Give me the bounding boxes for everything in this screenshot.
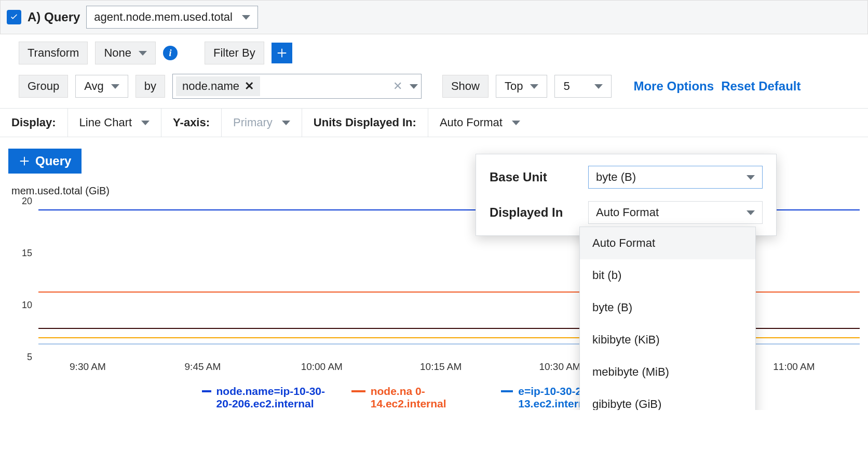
chevron-down-icon — [139, 51, 147, 56]
dropdown-option[interactable]: Auto Format — [580, 227, 755, 259]
legend-label: node.name=ip-10-30-20-206.ec2.internal — [216, 385, 337, 410]
units-label: Units Displayed In: — [314, 116, 416, 129]
x-tick-label: 10:15 AM — [420, 361, 462, 373]
yaxis-select[interactable]: Primary — [222, 109, 302, 137]
query-id-label: A) Query — [28, 10, 80, 24]
y-tick-label: 5 — [8, 352, 32, 363]
chevron-down-icon — [282, 121, 290, 125]
y-tick-label: 20 — [8, 196, 32, 207]
group-label: Group — [19, 75, 68, 98]
legend-item[interactable]: node.na 0-14.ec2.internal — [351, 385, 486, 410]
base-unit-value: byte (B) — [596, 170, 636, 184]
group-by-tag: node.name ✕ — [176, 76, 260, 96]
displayed-in-label: Displayed In — [490, 205, 578, 220]
metric-select[interactable]: agent.node.mem.used.total — [86, 6, 258, 29]
chevron-down-icon — [141, 121, 150, 125]
x-tick-label: 10:00 AM — [301, 361, 343, 373]
base-unit-select[interactable]: byte (B) — [588, 166, 763, 189]
show-label: Show — [442, 75, 489, 98]
dropdown-option[interactable]: byte (B) — [580, 292, 755, 324]
add-query-button[interactable]: Query — [8, 149, 82, 174]
dropdown-option[interactable]: gibibyte (GiB) — [580, 388, 755, 410]
units-select[interactable]: Auto Format — [428, 109, 532, 137]
group-agg-select[interactable]: Avg — [75, 75, 128, 98]
yaxis-value: Primary — [233, 116, 273, 129]
units-popover: Base Unit byte (B) Displayed In Auto For… — [476, 154, 777, 236]
chevron-down-icon — [747, 210, 755, 215]
y-tick-label: 15 — [8, 248, 32, 259]
x-tick-label: 9:30 AM — [70, 361, 106, 373]
metric-value: agent.node.mem.used.total — [94, 10, 233, 24]
units-value: Auto Format — [440, 116, 503, 129]
legend-color-swatch — [202, 390, 211, 392]
x-tick-label: 11:00 AM — [773, 361, 815, 373]
info-icon[interactable]: i — [163, 46, 178, 60]
filter-by-label: Filter By — [205, 42, 264, 64]
transform-filter-row: Transform None i Filter By — [0, 34, 868, 72]
display-settings-row: Display: Line Chart Y-axis: Primary Unit… — [0, 108, 868, 137]
transform-value: None — [104, 46, 131, 60]
dropdown-option[interactable]: kibibyte (KiB) — [580, 324, 755, 356]
legend-item[interactable]: node.name=ip-10-30-20-206.ec2.internal — [202, 385, 337, 410]
more-options-link[interactable]: More Options — [633, 79, 714, 94]
legend-color-swatch — [351, 390, 365, 392]
transform-select[interactable]: None — [95, 42, 156, 64]
group-by-tags-input[interactable]: node.name ✕ ✕ — [172, 74, 422, 99]
chevron-down-icon — [512, 121, 520, 125]
displayed-in-select[interactable]: Auto Format — [588, 201, 763, 224]
chevron-down-icon — [747, 175, 755, 180]
chart-area: mem.used.total (GiB) 5101520 9:30 AM9:45… — [8, 185, 860, 410]
display-type-select[interactable]: Line Chart — [68, 109, 162, 137]
chevron-down-icon — [111, 84, 119, 89]
displayed-in-dropdown: Auto Formatbit (b)byte (B)kibibyte (KiB)… — [579, 227, 756, 410]
add-query-button-label: Query — [35, 154, 71, 168]
legend-label: node.na 0-14.ec2.internal — [371, 385, 486, 410]
group-by-tag-text: node.name — [182, 80, 239, 93]
show-direction-value: Top — [505, 80, 523, 93]
query-header-bar: A) Query agent.node.mem.used.total — [0, 0, 868, 34]
yaxis-label: Y-axis: — [173, 116, 210, 129]
x-tick-label: 9:45 AM — [185, 361, 221, 373]
chevron-down-icon — [410, 84, 418, 89]
transform-label: Transform — [19, 42, 88, 64]
legend-color-swatch — [501, 390, 513, 392]
chevron-down-icon — [242, 15, 250, 20]
display-label: Display: — [11, 116, 56, 129]
remove-tag-icon[interactable]: ✕ — [245, 80, 254, 93]
chevron-down-icon — [594, 84, 603, 89]
displayed-in-value: Auto Format — [596, 206, 659, 219]
dropdown-option[interactable]: mebibyte (MiB) — [580, 356, 755, 388]
x-tick-label: 10:30 AM — [539, 361, 580, 373]
group-agg-value: Avg — [84, 80, 104, 93]
display-type-value: Line Chart — [79, 116, 132, 129]
reset-defaults-link[interactable]: Reset Default — [721, 79, 801, 94]
chevron-down-icon — [530, 84, 538, 89]
base-unit-label: Base Unit — [490, 170, 578, 184]
dropdown-option[interactable]: bit (b) — [580, 259, 755, 292]
group-by-label: by — [135, 75, 165, 98]
add-filter-button[interactable] — [272, 43, 292, 63]
show-count-value: 5 — [563, 80, 569, 93]
show-direction-select[interactable]: Top — [496, 75, 547, 98]
clear-tags-icon[interactable]: ✕ — [390, 80, 405, 93]
show-count-select[interactable]: 5 — [554, 75, 612, 98]
query-enabled-checkbox[interactable] — [7, 10, 21, 24]
group-show-row: Group Avg by node.name ✕ ✕ Show Top 5 Mo… — [0, 72, 868, 106]
y-tick-label: 10 — [8, 300, 32, 311]
